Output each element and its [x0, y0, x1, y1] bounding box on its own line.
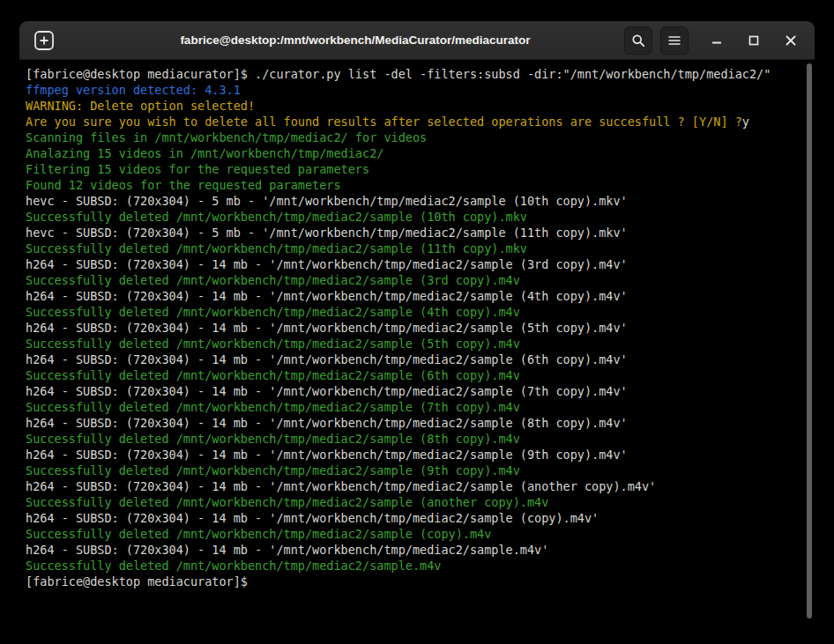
terminal-line: Successfully deleted /mnt/workbench/tmp/…: [26, 463, 799, 478]
terminal-line: h264 - SUBSD: (720x304) - 14 mb - '/mnt/…: [26, 415, 799, 431]
terminal-line: Successfully deleted /mnt/workbench/tmp/…: [26, 399, 799, 415]
terminal-window: fabrice@desktop:/mnt/workbench/MediaCura…: [19, 21, 815, 625]
terminal-line: WARNING: Delete option selected!: [26, 98, 799, 114]
terminal-text-segment: Successfully deleted /mnt/workbench/tmp/…: [26, 273, 520, 287]
new-tab-icon: [33, 29, 56, 52]
terminal-line: Successfully deleted /mnt/workbench/tmp/…: [26, 367, 799, 383]
menu-icon: [667, 33, 681, 48]
terminal-line: [fabrice@desktop mediacurator]$: [26, 574, 799, 589]
menu-button[interactable]: [660, 26, 689, 55]
terminal-line: Successfully deleted /mnt/workbench/tmp/…: [26, 558, 799, 574]
terminal-line: Scanning files in /mnt/workbench/tmp/med…: [26, 130, 799, 145]
terminal-line: h264 - SUBSD: (720x304) - 14 mb - '/mnt/…: [26, 542, 799, 558]
terminal-text-segment: h264 - SUBSD: (720x304) - 14 mb - '/mnt/…: [26, 321, 628, 335]
terminal-line: h264 - SUBSD: (720x304) - 14 mb - '/mnt/…: [26, 383, 799, 399]
terminal-text-segment: Successfully deleted /mnt/workbench/tmp/…: [26, 241, 527, 255]
minimize-button[interactable]: [704, 27, 730, 54]
terminal-line: Filtering 15 videos for the requested pa…: [26, 161, 799, 177]
maximize-button[interactable]: [741, 27, 767, 54]
terminal-line: Found 12 videos for the requested parame…: [26, 177, 799, 193]
terminal-text-segment: Successfully deleted /mnt/workbench/tmp/…: [26, 559, 441, 573]
terminal-text-segment: Are you sure you wish to delete all foun…: [26, 115, 742, 129]
terminal-text-segment: h264 - SUBSD: (720x304) - 14 mb - '/mnt/…: [26, 289, 628, 303]
terminal-text-segment: Successfully deleted /mnt/workbench/tmp/…: [26, 337, 520, 351]
terminal-text-segment: h264 - SUBSD: (720x304) - 14 mb - '/mnt/…: [26, 448, 628, 462]
terminal-line: [fabrice@desktop mediacurator]$ ./curato…: [26, 66, 799, 82]
new-tab-button[interactable]: [30, 26, 58, 55]
terminal-output[interactable]: [fabrice@desktop mediacurator]$ ./curato…: [19, 61, 815, 625]
terminal-text-segment: h264 - SUBSD: (720x304) - 14 mb - '/mnt/…: [26, 352, 628, 366]
terminal-text-segment: Analazing 15 videos in /mnt/workbench/tm…: [26, 146, 383, 160]
terminal-line: h264 - SUBSD: (720x304) - 14 mb - '/mnt/…: [26, 352, 799, 367]
terminal-text-segment: [fabrice@desktop mediacurator]$: [26, 574, 248, 588]
terminal-text-segment: Filtering 15 videos for the requested pa…: [26, 162, 369, 176]
close-icon: [784, 33, 798, 48]
terminal-line: Successfully deleted /mnt/workbench/tmp/…: [26, 336, 799, 352]
terminal-line: h264 - SUBSD: (720x304) - 14 mb - '/mnt/…: [26, 510, 799, 526]
terminal-text-segment: h264 - SUBSD: (720x304) - 14 mb - '/mnt/…: [26, 257, 628, 271]
terminal-line: Successfully deleted /mnt/workbench/tmp/…: [26, 304, 799, 320]
terminal-text-segment: Successfully deleted /mnt/workbench/tmp/…: [26, 495, 548, 509]
terminal-text-segment: Successfully deleted /mnt/workbench/tmp/…: [26, 305, 520, 319]
titlebar[interactable]: fabrice@desktop:/mnt/workbench/MediaCura…: [19, 21, 815, 60]
terminal-text-segment: Successfully deleted /mnt/workbench/tmp/…: [26, 527, 491, 541]
terminal-text-segment: Successfully deleted /mnt/workbench/tmp/…: [26, 400, 520, 414]
terminal-line: Successfully deleted /mnt/workbench/tmp/…: [26, 209, 799, 225]
terminal-line: Successfully deleted /mnt/workbench/tmp/…: [26, 241, 799, 256]
search-button[interactable]: [624, 26, 652, 55]
terminal-text-segment: h264 - SUBSD: (720x304) - 14 mb - '/mnt/…: [26, 479, 656, 493]
window-title: fabrice@desktop:/mnt/workbench/MediaCura…: [99, 33, 612, 47]
terminal-text-segment: [fabrice@desktop mediacurator]$ ./curato…: [26, 67, 771, 81]
terminal-text-segment: hevc - SUBSD: (720x304) - 5 mb - '/mnt/w…: [26, 194, 628, 208]
terminal-text-segment: Successfully deleted /mnt/workbench/tmp/…: [26, 210, 527, 224]
terminal-line: h264 - SUBSD: (720x304) - 14 mb - '/mnt/…: [26, 447, 799, 463]
terminal-line: ffmpeg version detected: 4.3.1: [26, 82, 799, 98]
terminal-line: h264 - SUBSD: (720x304) - 14 mb - '/mnt/…: [26, 256, 799, 272]
terminal-text-segment: h264 - SUBSD: (720x304) - 14 mb - '/mnt/…: [26, 511, 599, 525]
terminal-text-segment: h264 - SUBSD: (720x304) - 14 mb - '/mnt/…: [26, 416, 628, 430]
terminal-text-segment: h264 - SUBSD: (720x304) - 14 mb - '/mnt/…: [26, 543, 548, 557]
terminal-text-segment: Successfully deleted /mnt/workbench/tmp/…: [26, 432, 520, 446]
terminal-text-segment: h264 - SUBSD: (720x304) - 14 mb - '/mnt/…: [26, 384, 628, 398]
terminal-text-segment: Successfully deleted /mnt/workbench/tmp/…: [26, 368, 520, 382]
terminal-line: h264 - SUBSD: (720x304) - 14 mb - '/mnt/…: [26, 320, 799, 336]
scrollbar-thumb[interactable]: [807, 63, 812, 618]
scrollbar[interactable]: [805, 63, 813, 618]
terminal-line: Successfully deleted /mnt/workbench/tmp/…: [26, 526, 799, 542]
terminal-line: h264 - SUBSD: (720x304) - 14 mb - '/mnt/…: [26, 478, 799, 494]
terminal-text-segment: Successfully deleted /mnt/workbench/tmp/…: [26, 463, 520, 477]
terminal-text-segment: y: [742, 115, 749, 129]
search-icon: [631, 33, 645, 48]
terminal-line: hevc - SUBSD: (720x304) - 5 mb - '/mnt/w…: [26, 225, 799, 241]
close-button[interactable]: [778, 27, 804, 54]
terminal-text-segment: hevc - SUBSD: (720x304) - 5 mb - '/mnt/w…: [26, 226, 628, 240]
terminal-line: h264 - SUBSD: (720x304) - 14 mb - '/mnt/…: [26, 288, 799, 304]
minimize-icon: [710, 33, 724, 48]
terminal-line: Successfully deleted /mnt/workbench/tmp/…: [26, 431, 799, 447]
terminal-text-segment: Found 12 videos for the requested parame…: [26, 178, 341, 192]
terminal-line: Successfully deleted /mnt/workbench/tmp/…: [26, 272, 799, 288]
terminal-text-segment: ffmpeg version detected: 4.3.1: [26, 83, 241, 97]
terminal-line: hevc - SUBSD: (720x304) - 5 mb - '/mnt/w…: [26, 193, 799, 209]
terminal-line: Successfully deleted /mnt/workbench/tmp/…: [26, 494, 799, 510]
terminal-text-segment: WARNING: Delete option selected!: [26, 99, 255, 113]
terminal-line: Are you sure you wish to delete all foun…: [26, 114, 799, 130]
terminal-text-segment: Scanning files in /mnt/workbench/tmp/med…: [26, 130, 427, 144]
maximize-icon: [747, 33, 761, 48]
terminal-line: Analazing 15 videos in /mnt/workbench/tm…: [26, 145, 799, 161]
